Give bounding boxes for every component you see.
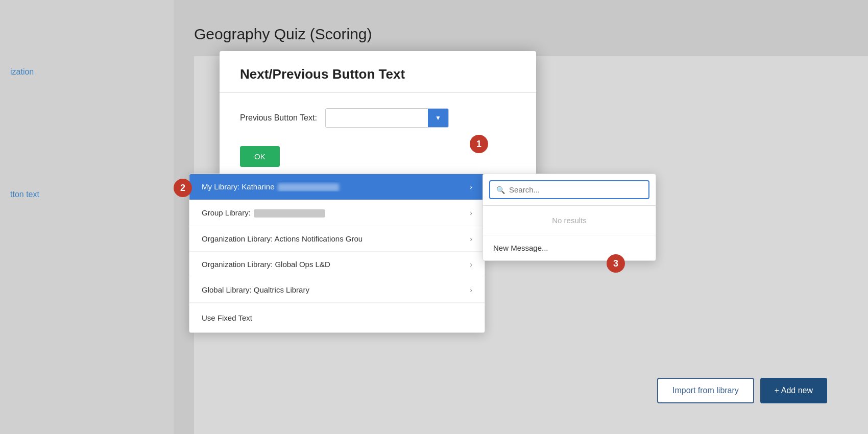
search-no-results: No results bbox=[483, 206, 656, 235]
modal-dialog: Next/Previous Button Text Previous Butto… bbox=[220, 51, 536, 182]
chevron-right-icon-4: › bbox=[470, 260, 472, 269]
modal-title: Next/Previous Button Text bbox=[240, 66, 516, 82]
dropdown-item-group-library-label: Group Library: bbox=[202, 208, 466, 218]
sidebar-item-button-text[interactable]: tton text bbox=[0, 184, 153, 205]
dropdown-item-my-library-label: My Library: Katharine bbox=[202, 182, 466, 191]
step-badge-1: 1 bbox=[470, 135, 488, 153]
dropdown-item-global-library-label: Global Library: Qualtrics Library bbox=[202, 285, 466, 294]
dropdown-item-org-library-1-label: Organization Library: Actions Notificati… bbox=[202, 234, 466, 243]
dropdown-item-global-library[interactable]: Global Library: Qualtrics Library › bbox=[189, 277, 485, 303]
sidebar-item-organization[interactable]: ization bbox=[0, 61, 153, 83]
field-label: Previous Button Text: bbox=[240, 113, 317, 123]
dropdown-item-group-library[interactable]: Group Library: › bbox=[189, 200, 485, 226]
modal-body: Previous Button Text: ▼ OK bbox=[220, 93, 536, 182]
chevron-right-icon: › bbox=[470, 183, 472, 191]
add-new-button[interactable]: + Add new bbox=[760, 378, 827, 403]
dropdown-input[interactable] bbox=[326, 109, 428, 127]
search-input-wrapper: 🔍 bbox=[483, 174, 656, 206]
search-panel: 🔍 No results New Message... bbox=[483, 174, 656, 261]
previous-button-text-row: Previous Button Text: ▼ bbox=[240, 108, 516, 128]
import-from-library-button[interactable]: Import from library bbox=[657, 378, 754, 403]
search-box[interactable]: 🔍 bbox=[489, 180, 649, 199]
bottom-actions: Import from library + Add new bbox=[657, 378, 827, 403]
use-fixed-text-option[interactable]: Use Fixed Text bbox=[189, 303, 485, 332]
dropdown-item-org-library-2[interactable]: Organization Library: Global Ops L&D › bbox=[189, 252, 485, 277]
step-badge-3: 3 bbox=[607, 254, 625, 273]
new-message-option[interactable]: New Message... bbox=[483, 235, 656, 260]
chevron-right-icon-5: › bbox=[470, 286, 472, 294]
dropdown-item-my-library[interactable]: My Library: Katharine › bbox=[189, 174, 485, 200]
step-badge-2: 2 bbox=[174, 179, 192, 197]
page-title: Geography Quiz (Scoring) bbox=[194, 26, 372, 43]
library-dropdown-menu: My Library: Katharine › Group Library: ›… bbox=[189, 174, 485, 333]
modal-header: Next/Previous Button Text bbox=[220, 51, 536, 93]
dropdown-arrow-button[interactable]: ▼ bbox=[428, 109, 448, 127]
search-icon: 🔍 bbox=[496, 186, 505, 194]
chevron-right-icon-3: › bbox=[470, 235, 472, 243]
dropdown-item-org-library-1[interactable]: Organization Library: Actions Notificati… bbox=[189, 226, 485, 252]
search-input[interactable] bbox=[509, 185, 642, 194]
field-dropdown[interactable]: ▼ bbox=[325, 108, 449, 128]
modal-confirm-button[interactable]: OK bbox=[240, 146, 280, 167]
chevron-right-icon-2: › bbox=[470, 209, 472, 217]
dropdown-item-org-library-2-label: Organization Library: Global Ops L&D bbox=[202, 260, 466, 269]
